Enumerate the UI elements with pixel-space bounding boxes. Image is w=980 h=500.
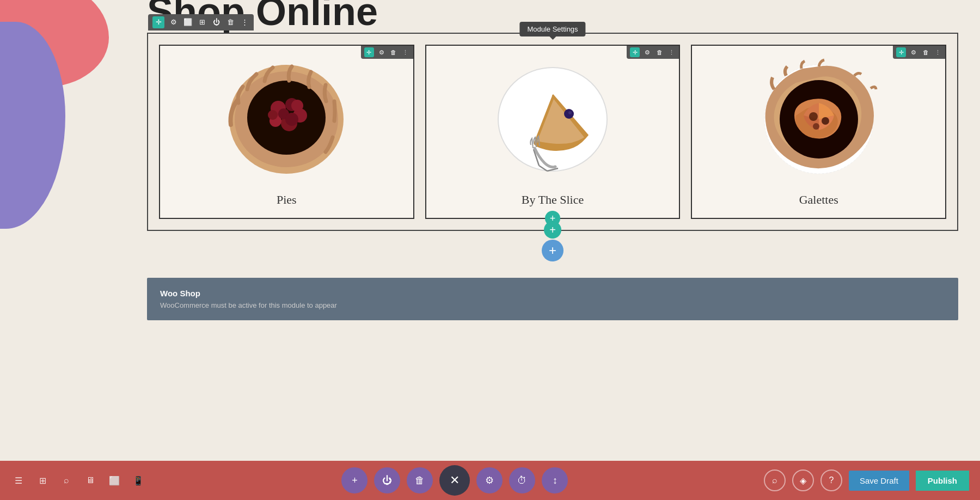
power-button[interactable]: ⏻: [374, 467, 400, 493]
more-icon[interactable]: ⋮: [240, 17, 249, 27]
toolbar-center-icons: + ⏻ 🗑 ✕ ⚙ ⏱ ↕: [157, 465, 753, 496]
col2-move-icon[interactable]: ✛: [630, 47, 640, 57]
col2-delete-icon[interactable]: 🗑: [655, 48, 664, 57]
col-delete-icon[interactable]: 🗑: [389, 48, 398, 57]
search-right-button[interactable]: ⌕: [764, 469, 786, 491]
mobile-icon[interactable]: 📱: [131, 473, 146, 488]
columns-inner: ✛ ⚙ 🗑 ⋮: [159, 45, 946, 219]
menu-icon[interactable]: ☰: [11, 473, 26, 488]
module-settings-tooltip: Module Settings: [519, 22, 585, 36]
duplicate-icon[interactable]: ⬜: [183, 17, 193, 27]
layout-icon[interactable]: ⊞: [35, 473, 50, 488]
svg-point-18: [568, 111, 572, 114]
delete-icon[interactable]: 🗑: [225, 17, 235, 27]
svg-point-10: [268, 110, 278, 120]
main-content: Shop Online ✛ ⚙ ⬜ ⊞ ⏻ 🗑 ⋮ ✛ ⚙: [0, 0, 980, 467]
galettes-image: [692, 46, 945, 187]
sort-button[interactable]: ↕: [542, 467, 568, 493]
add-module-section-button[interactable]: +: [544, 221, 561, 239]
slice-image: [426, 46, 679, 187]
col2-settings-icon[interactable]: ⚙: [643, 48, 652, 57]
col3-delete-icon[interactable]: 🗑: [921, 48, 930, 57]
column-galettes-toolbar: ✛ ⚙ 🗑 ⋮: [893, 46, 945, 59]
columns-icon[interactable]: ⊞: [197, 17, 207, 27]
column-galettes: ✛ ⚙ 🗑 ⋮: [691, 45, 946, 219]
history-button[interactable]: ⏱: [509, 467, 535, 493]
column-pies-toolbar: ✛ ⚙ 🗑 ⋮: [361, 46, 413, 59]
layers-button[interactable]: ◈: [792, 469, 814, 491]
bottom-toolbar: ☰ ⊞ ⌕ 🖥 ⬜ 📱 + ⏻ 🗑 ✕ ⚙ ⏱ ↕ ⌕ ◈ ? Save Dra…: [0, 461, 980, 500]
add-content-button[interactable]: +: [341, 467, 367, 493]
desktop-icon[interactable]: 🖥: [83, 473, 98, 488]
col2-more-icon[interactable]: ⋮: [667, 48, 676, 57]
col3-move-icon[interactable]: ✛: [896, 47, 906, 57]
svg-point-22: [809, 112, 818, 121]
svg-point-11: [285, 113, 298, 126]
toolbar-left-icons: ☰ ⊞ ⌕ 🖥 ⬜ 📱: [0, 473, 157, 488]
move-icon[interactable]: ✛: [152, 16, 164, 28]
pies-label: Pies: [277, 187, 297, 218]
col-settings-icon[interactable]: ⚙: [377, 48, 386, 57]
tablet-icon[interactable]: ⬜: [107, 473, 122, 488]
column-slice: ✛ ⚙ 🗑 ⋮ Module Settings: [425, 45, 681, 219]
toolbar-right-icons: ⌕ ◈ ? Save Draft Publish: [753, 469, 980, 491]
trash-button[interactable]: 🗑: [407, 467, 433, 493]
search-icon[interactable]: ⌕: [59, 473, 74, 488]
pies-image: [160, 46, 413, 187]
svg-point-23: [822, 117, 829, 125]
column-slice-toolbar: ✛ ⚙ 🗑 ⋮: [627, 46, 679, 59]
woo-shop-module: Woo Shop WooCommerce must be active for …: [147, 278, 958, 320]
add-row-area: +: [147, 240, 958, 261]
galettes-label: Galettes: [799, 187, 838, 218]
publish-button[interactable]: Publish: [916, 471, 969, 491]
save-draft-button[interactable]: Save Draft: [849, 471, 909, 491]
module-top-toolbar: ✛ ⚙ ⬜ ⊞ ⏻ 🗑 ⋮: [148, 14, 254, 31]
module-container: ✛ ⚙ ⬜ ⊞ ⏻ 🗑 ⋮ ✛ ⚙ 🗑 ⋮: [147, 33, 958, 320]
gear-button[interactable]: ⚙: [476, 467, 503, 493]
column-pies: ✛ ⚙ 🗑 ⋮: [159, 45, 414, 219]
columns-module: ✛ ⚙ ⬜ ⊞ ⏻ 🗑 ⋮ ✛ ⚙ 🗑 ⋮: [147, 33, 958, 231]
col-move-icon[interactable]: ✛: [364, 47, 374, 57]
close-button[interactable]: ✕: [439, 465, 470, 496]
help-button[interactable]: ?: [820, 469, 842, 491]
col3-more-icon[interactable]: ⋮: [933, 48, 942, 57]
svg-point-9: [291, 100, 303, 112]
woo-shop-title: Woo Shop: [160, 289, 945, 298]
toggle-icon[interactable]: ⏻: [211, 17, 221, 27]
add-row-button[interactable]: +: [542, 240, 564, 261]
svg-point-24: [813, 123, 819, 130]
col3-settings-icon[interactable]: ⚙: [909, 48, 918, 57]
col-more-icon[interactable]: ⋮: [401, 48, 410, 57]
settings-icon[interactable]: ⚙: [169, 17, 179, 27]
woo-shop-description: WooCommerce must be active for this modu…: [160, 301, 945, 309]
